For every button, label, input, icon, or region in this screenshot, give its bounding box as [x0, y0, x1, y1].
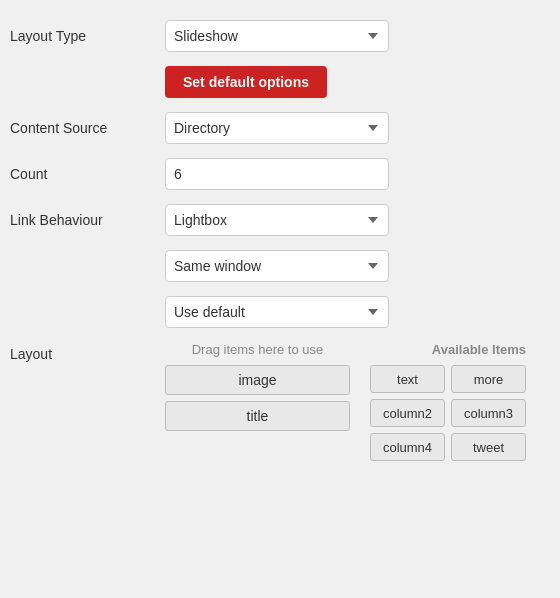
drag-item-title[interactable]: title	[165, 401, 350, 431]
avail-item-more[interactable]: more	[451, 365, 526, 393]
available-label: Available Items	[432, 342, 526, 357]
layout-type-select[interactable]: Slideshow Grid List Masonry	[165, 20, 389, 52]
layout-type-row: Layout Type Slideshow Grid List Masonry	[10, 20, 550, 52]
window-select[interactable]: Same window New window	[165, 250, 389, 282]
layout-label: Layout	[10, 342, 165, 461]
layout-content: Drag items here to use image title Avail…	[165, 342, 550, 461]
set-default-button[interactable]: Set default options	[165, 66, 327, 98]
content-source-label: Content Source	[10, 120, 165, 136]
count-input[interactable]	[165, 158, 389, 190]
set-default-row: Set default options	[10, 66, 550, 98]
drag-label: Drag items here to use	[192, 342, 324, 357]
use-default-select[interactable]: Use default Option A Option B	[165, 296, 389, 328]
drag-area: Drag items here to use image title	[165, 342, 350, 461]
avail-item-column3[interactable]: column3	[451, 399, 526, 427]
avail-item-text[interactable]: text	[370, 365, 445, 393]
avail-item-column2[interactable]: column2	[370, 399, 445, 427]
avail-item-tweet[interactable]: tweet	[451, 433, 526, 461]
window-row: Same window New window	[10, 250, 550, 282]
link-behaviour-wrap: Lightbox Link None	[165, 204, 550, 236]
use-default-row: Use default Option A Option B	[10, 296, 550, 328]
available-grid: text more column2 column3 column4 tweet	[370, 365, 526, 461]
content-source-select[interactable]: Directory Manual Category	[165, 112, 389, 144]
count-wrap	[165, 158, 550, 190]
content-source-wrap: Directory Manual Category	[165, 112, 550, 144]
count-label: Count	[10, 166, 165, 182]
content-source-row: Content Source Directory Manual Category	[10, 112, 550, 144]
layout-type-wrap: Slideshow Grid List Masonry	[165, 20, 550, 52]
link-behaviour-select[interactable]: Lightbox Link None	[165, 204, 389, 236]
link-behaviour-label: Link Behaviour	[10, 212, 165, 228]
layout-type-label: Layout Type	[10, 28, 165, 44]
count-row: Count	[10, 158, 550, 190]
layout-section: Layout Drag items here to use image titl…	[10, 342, 550, 461]
avail-item-column4[interactable]: column4	[370, 433, 445, 461]
drag-item-image[interactable]: image	[165, 365, 350, 395]
link-behaviour-row: Link Behaviour Lightbox Link None	[10, 204, 550, 236]
available-area: Available Items text more column2 column…	[370, 342, 526, 461]
